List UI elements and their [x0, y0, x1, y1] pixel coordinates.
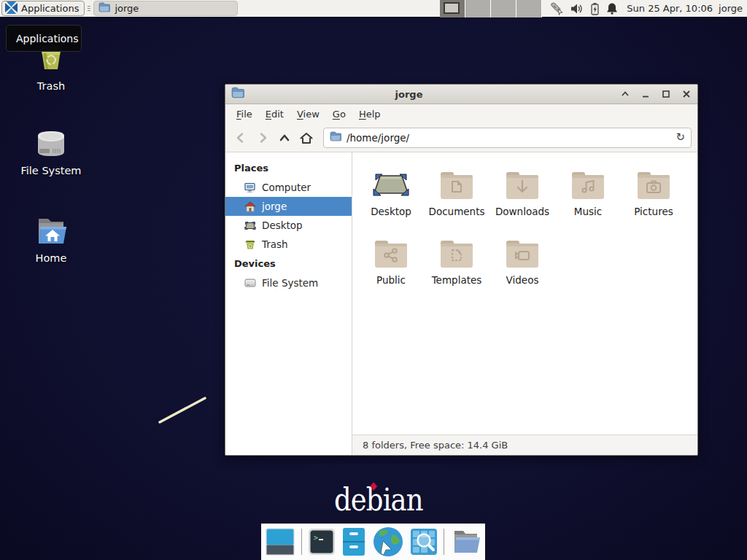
panel-username[interactable]: jorge — [719, 3, 743, 14]
file-item-pictures[interactable]: Pictures — [621, 160, 686, 228]
taskbar-window-label: jorge — [115, 3, 139, 14]
file-item-label: Desktop — [371, 206, 411, 217]
sidebar: Places Computer — [225, 152, 352, 455]
music-folder-icon — [570, 160, 606, 201]
applications-menu-button[interactable]: Applications — [1, 1, 85, 16]
file-item-label: Videos — [506, 274, 539, 286]
toolbar: /home/jorge/ ↻ — [225, 123, 697, 152]
mouse-icon[interactable] — [549, 2, 564, 15]
file-item-downloads[interactable]: Downloads — [489, 160, 555, 228]
sidebar-item-label: jorge — [262, 201, 287, 212]
file-item-desktop[interactable]: Desktop — [358, 160, 424, 228]
file-item-label: Documents — [429, 206, 485, 217]
trash-icon — [244, 239, 256, 250]
path-input[interactable]: /home/jorge/ — [347, 132, 670, 144]
svg-text:>: > — [314, 534, 318, 542]
reload-icon[interactable]: ↻ — [676, 132, 685, 143]
videos-folder-icon — [504, 228, 541, 269]
back-button[interactable] — [231, 128, 250, 147]
applications-tooltip: Applications — [6, 25, 82, 52]
file-item-label: Templates — [432, 274, 482, 286]
file-manager-button[interactable] — [341, 527, 366, 556]
dock-separator — [444, 529, 444, 555]
menu-file[interactable]: File — [230, 106, 259, 122]
terminal-button[interactable]: > — [308, 528, 336, 556]
sidebar-item-jorge[interactable]: jorge — [225, 197, 352, 216]
menu-edit[interactable]: Edit — [259, 106, 290, 122]
dock-separator — [301, 529, 302, 555]
notifications-bell-icon[interactable] — [606, 2, 618, 15]
sidebar-item-label: Computer — [262, 182, 311, 193]
minimize-button[interactable] — [640, 89, 651, 99]
file-item-label: Public — [376, 274, 406, 286]
web-browser-button[interactable] — [372, 526, 404, 558]
file-item-videos[interactable]: Videos — [489, 228, 555, 297]
file-item-templates[interactable]: Templates — [424, 228, 489, 297]
file-item-label: Downloads — [495, 206, 549, 217]
file-item-label: Pictures — [634, 206, 673, 217]
dock: > — [261, 524, 485, 560]
panel-clock[interactable]: Sun 25 Apr, 10:06 — [627, 3, 713, 14]
public-folder-icon — [373, 228, 409, 269]
workspace-window-thumb — [444, 2, 460, 14]
maximize-button[interactable] — [661, 89, 671, 99]
volume-icon[interactable] — [570, 3, 584, 15]
window-title: jorge — [198, 89, 620, 100]
home-icon — [244, 201, 256, 212]
path-bar[interactable]: /home/jorge/ ↻ — [323, 128, 692, 148]
forward-button[interactable] — [253, 128, 272, 147]
workspace-1[interactable] — [440, 0, 465, 18]
window-titlebar[interactable]: jorge — [225, 85, 697, 104]
workspace-switcher[interactable] — [440, 0, 542, 18]
drive-icon — [244, 278, 256, 288]
up-button[interactable] — [275, 128, 294, 147]
path-folder-icon — [330, 131, 341, 144]
applications-menu-label: Applications — [21, 3, 79, 14]
file-manager-window: jorge File Edit View Go Help — [225, 84, 698, 456]
menubar: File Edit View Go Help — [225, 104, 697, 123]
folder-icon — [98, 2, 110, 15]
panel-grip[interactable] — [86, 3, 92, 15]
sidebar-item-file-system[interactable]: File System — [225, 273, 352, 292]
sidebar-item-label: Trash — [262, 238, 288, 250]
debian-wordmark: debian — [334, 481, 423, 518]
sidebar-item-desktop[interactable]: Desktop — [225, 216, 352, 235]
sidebar-devices-header: Devices — [225, 254, 352, 273]
top-panel: Applications jorge — [0, 0, 747, 18]
sidebar-item-computer[interactable]: Computer — [225, 178, 352, 197]
sidebar-places-header: Places — [225, 158, 352, 178]
folder-shortcut-button[interactable] — [450, 528, 482, 556]
menu-go[interactable]: Go — [326, 106, 352, 122]
templates-folder-icon — [438, 228, 475, 269]
computer-icon — [244, 182, 256, 193]
battery-icon[interactable] — [590, 2, 600, 15]
desktop-icon-label: Home — [16, 252, 86, 264]
desktop-special-icon — [372, 160, 410, 201]
workspace-3[interactable] — [491, 0, 516, 18]
shade-button[interactable] — [620, 89, 630, 99]
file-item-documents[interactable]: Documents — [424, 160, 489, 228]
desktop-icon — [244, 220, 256, 231]
desktop-icon-file-system[interactable]: File System — [16, 122, 86, 176]
file-view[interactable]: Desktop — [352, 152, 697, 435]
downloads-folder-icon — [504, 160, 541, 201]
close-button[interactable] — [681, 89, 692, 99]
file-item-label: Music — [574, 206, 602, 217]
desktop-icon-home[interactable]: Home — [16, 210, 86, 264]
file-item-music[interactable]: Music — [555, 160, 621, 228]
pictures-folder-icon — [635, 160, 672, 201]
home-folder-icon — [16, 210, 86, 248]
application-finder-button[interactable] — [410, 528, 438, 556]
sidebar-item-label: File System — [262, 277, 318, 289]
taskbar-window-button[interactable]: jorge — [93, 1, 238, 16]
home-button[interactable] — [297, 128, 316, 147]
file-item-public[interactable]: Public — [358, 228, 424, 297]
workspace-2[interactable] — [465, 0, 491, 18]
sidebar-item-trash[interactable]: Trash — [225, 235, 352, 254]
menu-help[interactable]: Help — [352, 106, 387, 122]
status-bar: 8 folders, Free space: 14.4 GiB — [352, 435, 697, 455]
show-desktop-button[interactable] — [265, 527, 295, 556]
menu-view[interactable]: View — [290, 106, 326, 122]
workspace-4[interactable] — [516, 0, 542, 18]
stray-line-artifact — [155, 394, 210, 427]
